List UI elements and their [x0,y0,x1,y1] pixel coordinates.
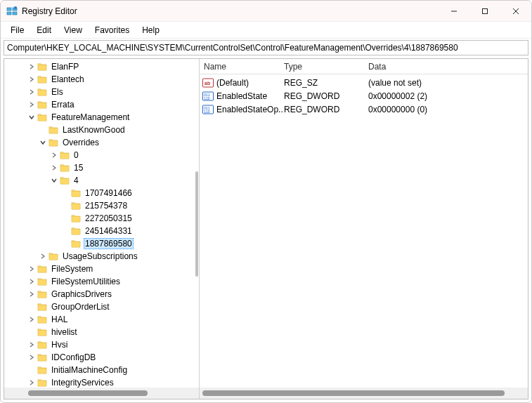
list-row[interactable]: EnabledStateOp...REG_DWORD0x00000000 (0) [200,103,528,116]
tree-item[interactable]: IDConfigDB [4,351,199,364]
svg-rect-1 [7,12,11,15]
svg-rect-6 [483,8,488,13]
tree-item[interactable]: Elantech [4,73,199,86]
value-name: EnabledState [216,91,268,101]
binary-value-icon [202,104,214,115]
tree-item-label: FeatureManagement [50,112,131,122]
tree-item[interactable]: 215754378 [4,199,199,212]
column-header-data[interactable]: Data [368,62,528,72]
folder-icon [70,213,82,223]
chevron-right-icon[interactable] [27,74,37,84]
tree-item[interactable]: InitialMachineConfig [4,364,199,376]
tree-item[interactable]: GroupOrderList [4,300,199,313]
title-bar: Registry Editor [1,1,531,22]
address-bar[interactable]: Computer\HKEY_LOCAL_MACHINE\SYSTEM\Curre… [4,40,528,55]
chevron-right-icon[interactable] [49,163,59,173]
tree-horizontal-scrollbar[interactable] [4,388,199,399]
chevron-right-icon[interactable] [49,150,59,160]
chevron-right-icon[interactable] [27,378,37,388]
chevron-right-icon[interactable] [38,251,48,261]
chevron-right-icon[interactable] [27,264,37,274]
tree-item-label: FileSystem [50,264,94,274]
tree-item-label: Elantech [50,74,86,84]
tree-item[interactable]: 1887869580 [4,237,199,250]
tree-item[interactable]: hivelist [4,326,199,338]
menu-edit[interactable]: Edit [31,24,57,37]
tree-item-label: LastKnownGood [61,125,126,135]
maximize-button[interactable] [469,1,500,22]
tree-item[interactable]: 0 [4,149,199,161]
column-header-name[interactable]: Name [200,62,284,72]
value-type: REG_SZ [284,78,368,88]
tree-item[interactable]: Errata [4,98,199,111]
list-horizontal-scrollbar[interactable] [200,388,528,399]
folder-icon [48,251,59,261]
chevron-down-icon[interactable] [49,176,59,185]
tree-item-label: GroupOrderList [50,302,111,312]
tree-item[interactable]: LastKnownGood [4,124,199,136]
chevron-right-icon[interactable] [27,289,37,299]
chevron-right-icon[interactable] [27,352,37,362]
chevron-right-icon[interactable] [27,315,37,324]
menu-file[interactable]: File [5,24,30,37]
folder-icon [70,188,82,198]
no-expander [38,125,48,135]
tree-item[interactable]: GraphicsDrivers [4,288,199,300]
no-expander [27,302,37,312]
tree-item-label: 0 [72,150,80,160]
close-button[interactable] [500,1,531,22]
folder-icon [37,100,48,110]
folder-icon [37,112,48,122]
tree-item[interactable]: 2451464331 [4,225,199,237]
tree-item-label: 15 [72,163,84,173]
tree-item[interactable]: UsageSubscriptions [4,250,199,263]
menu-view[interactable]: View [58,24,88,37]
chevron-right-icon[interactable] [27,87,37,97]
list-row[interactable]: EnabledStateREG_DWORD0x00000002 (2) [200,89,528,103]
list-pane[interactable]: Name Type Data (Default)REG_SZ(value not… [200,59,528,399]
minimize-button[interactable] [439,1,469,22]
regedit-icon [6,6,18,17]
chevron-down-icon[interactable] [27,112,37,122]
list-row[interactable]: (Default)REG_SZ(value not set) [200,76,528,89]
chevron-right-icon[interactable] [27,62,37,72]
tree-item[interactable]: Els [4,86,199,98]
svg-point-4 [14,6,17,9]
tree-item[interactable]: FileSystemUtilities [4,275,199,288]
tree-item[interactable]: FileSystem [4,263,199,275]
chevron-right-icon[interactable] [27,277,37,286]
tree-item-label: 2272050315 [84,213,134,223]
folder-icon [59,176,70,185]
folder-icon [37,378,48,388]
chevron-right-icon[interactable] [27,340,37,350]
column-header-type[interactable]: Type [284,62,368,72]
tree-item[interactable]: ElanFP [4,60,199,73]
tree-item-label: Els [50,87,65,97]
tree-pane[interactable]: ElanFPElantechElsErrataFeatureManagement… [4,59,200,399]
no-expander [60,239,70,249]
menu-favorites[interactable]: Favorites [89,24,135,37]
tree-item[interactable]: 1707491466 [4,187,199,199]
chevron-right-icon[interactable] [27,100,37,110]
folder-icon [70,239,82,249]
tree-item[interactable]: HAL [4,313,199,326]
tree-item[interactable]: FeatureManagement [4,111,199,124]
folder-icon [70,226,82,236]
tree-item[interactable]: 2272050315 [4,212,199,225]
list-header[interactable]: Name Type Data [200,59,528,74]
tree-item[interactable]: 4 [4,174,199,187]
folder-icon [48,125,59,135]
menu-help[interactable]: Help [136,24,165,37]
tree-item-label: Overrides [61,138,100,147]
folder-icon [37,327,48,337]
tree-item[interactable]: Overrides [4,136,199,149]
tree-vertical-scrollbar[interactable] [195,171,198,277]
tree-item-label: Hvsi [50,340,69,350]
tree-item[interactable]: IntegrityServices [4,376,199,388]
svg-rect-3 [13,12,17,15]
folder-icon [48,138,59,147]
tree-item-label: 1887869580 [84,238,134,249]
chevron-down-icon[interactable] [38,138,48,147]
tree-item[interactable]: 15 [4,161,199,174]
tree-item[interactable]: Hvsi [4,338,199,351]
